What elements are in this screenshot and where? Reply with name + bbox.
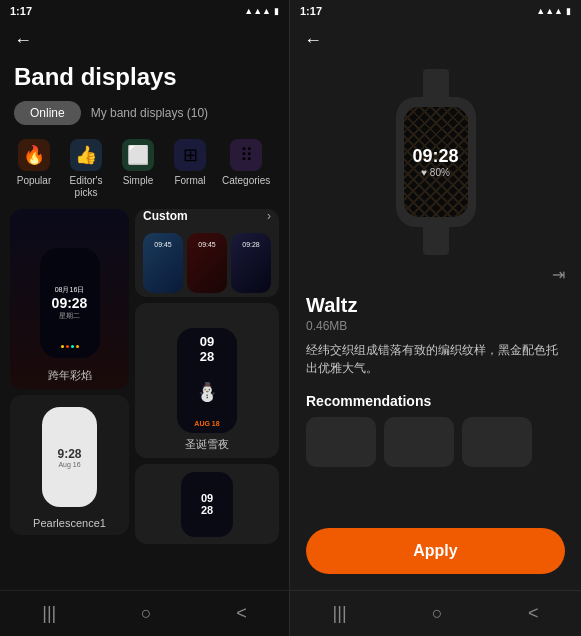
rec-item-2[interactable] xyxy=(384,417,454,467)
fw-sparkle xyxy=(40,345,100,348)
battery-icon: ▮ xyxy=(274,6,279,16)
category-row: 🔥 Popular 👍 Editor'spicks ⬜ Simple ⊞ For… xyxy=(0,135,289,209)
tabs-row: Online My band displays (10) xyxy=(0,101,289,135)
formal-label: Formal xyxy=(174,175,205,187)
bottom-nav-left: ||| ○ < xyxy=(0,590,289,636)
mini-face-2-time: 09:45 xyxy=(187,233,227,248)
recommendations-section: Recommendations xyxy=(290,385,581,471)
xmas-snowman-icon: ⛄ xyxy=(196,381,218,403)
nav-recent-icon-left[interactable]: < xyxy=(216,599,267,628)
right-column: Custom › 09:45 09:45 09:28 xyxy=(135,209,279,590)
category-formal[interactable]: ⊞ Formal xyxy=(170,139,210,187)
custom-arrow-icon: › xyxy=(267,209,271,223)
category-simple[interactable]: ⬜ Simple xyxy=(118,139,158,187)
rp-actions: ⇥ xyxy=(290,259,581,290)
page-title: Band displays xyxy=(0,59,289,101)
bottom-nav-right: ||| ○ < xyxy=(290,590,581,636)
band-bottom-strap xyxy=(423,225,449,255)
mini-face-1-time: 09:45 xyxy=(143,233,183,248)
signal-icon-right: ▲▲▲ xyxy=(536,6,563,16)
mini-face-2: 09:45 xyxy=(187,233,227,293)
card-custom[interactable]: Custom › 09:45 09:45 09:28 xyxy=(135,209,279,297)
apply-button[interactable]: Apply xyxy=(306,528,565,574)
nav-recent-icon-right[interactable]: < xyxy=(508,599,559,628)
simple-label: Simple xyxy=(123,175,154,187)
left-column: 08月16日 09:28 星期二 跨年彩焰 9:28 Aug 16 xyxy=(10,209,129,590)
pearl-date: Aug 16 xyxy=(58,461,80,468)
categories-label: Categories xyxy=(222,175,270,187)
card-pearlescence-label: Pearlescence1 xyxy=(33,513,106,535)
status-time-right: 1:17 xyxy=(300,5,322,17)
card-fireworks[interactable]: 08月16日 09:28 星期二 跨年彩焰 xyxy=(10,209,129,389)
apply-area: Apply xyxy=(290,471,581,590)
popular-icon: 🔥 xyxy=(18,139,50,171)
status-bar-right: 1:17 ▲▲▲ ▮ xyxy=(290,0,581,22)
card-xmas-label: 圣诞雪夜 xyxy=(185,433,229,458)
nav-back-icon-left[interactable]: ||| xyxy=(22,599,76,628)
categories-icon: ⠿ xyxy=(230,139,262,171)
card-partial[interactable]: 0928 xyxy=(135,464,279,544)
mini-face-3-time: 09:28 xyxy=(231,233,271,248)
fw-day: 星期二 xyxy=(59,311,80,321)
editors-icon: 👍 xyxy=(70,139,102,171)
left-panel: 1:17 ▲▲▲ ▮ ← Band displays Online My ban… xyxy=(0,0,290,636)
fw-date: 08月16日 xyxy=(55,285,85,295)
partial-time: 0928 xyxy=(201,492,213,516)
tab-myband[interactable]: My band displays (10) xyxy=(81,101,218,125)
tab-online[interactable]: Online xyxy=(14,101,81,125)
mini-face-1: 09:45 xyxy=(143,233,183,293)
partial-watch-face: 0928 xyxy=(181,472,233,537)
band-outer: 09:28 ♥ 80% xyxy=(386,69,486,259)
xmas-time: 0928 xyxy=(200,334,214,364)
status-bar-left: 1:17 ▲▲▲ ▮ xyxy=(0,0,289,22)
battery-icon-right: ▮ xyxy=(566,6,571,16)
right-panel: 1:17 ▲▲▲ ▮ ← 09:28 ♥ 80% ⇥ xyxy=(290,0,581,636)
status-time-left: 1:17 xyxy=(10,5,32,17)
signal-icon: ▲▲▲ xyxy=(244,6,271,16)
status-icons-left: ▲▲▲ ▮ xyxy=(244,6,279,16)
waltz-time-sub: ♥ 80% xyxy=(412,167,458,178)
recommendations-label: Recommendations xyxy=(306,393,565,409)
nav-back-icon-right[interactable]: ||| xyxy=(313,599,367,628)
nav-home-icon-left[interactable]: ○ xyxy=(121,599,172,628)
custom-faces-row: 09:45 09:45 09:28 xyxy=(135,229,279,297)
rec-item-1[interactable] xyxy=(306,417,376,467)
card-pearlescence[interactable]: 9:28 Aug 16 Pearlescence1 xyxy=(10,395,129,535)
category-popular[interactable]: 🔥 Popular xyxy=(14,139,54,187)
rp-info: Waltz 0.46MB 经纬交织组成错落有致的编织纹样，黑金配色托出优雅大气。 xyxy=(290,290,581,385)
category-editors[interactable]: 👍 Editor'spicks xyxy=(66,139,106,199)
pearl-watch-face: 9:28 Aug 16 xyxy=(42,407,97,507)
watch-size: 0.46MB xyxy=(306,319,565,333)
editors-label: Editor'spicks xyxy=(69,175,102,199)
band-body: 09:28 ♥ 80% xyxy=(396,97,476,227)
waltz-time-big: 09:28 xyxy=(412,146,458,167)
popular-label: Popular xyxy=(17,175,51,187)
watch-description: 经纬交织组成错落有致的编织纹样，黑金配色托出优雅大气。 xyxy=(306,341,565,377)
share-icon[interactable]: ⇥ xyxy=(552,265,565,284)
category-categories[interactable]: ⠿ Categories xyxy=(222,139,270,187)
fw-time: 09:28 xyxy=(52,295,88,311)
fw-watch-face: 08月16日 09:28 星期二 xyxy=(40,248,100,358)
status-icons-right: ▲▲▲ ▮ xyxy=(536,6,571,16)
recommendations-row xyxy=(306,417,565,467)
band-top-strap xyxy=(423,69,449,99)
card-xmas[interactable]: 0928 ⛄ AUG 18 圣诞雪夜 xyxy=(135,303,279,458)
band-screen: 09:28 ♥ 80% xyxy=(404,107,468,217)
xmas-watch-face: 0928 ⛄ AUG 18 xyxy=(177,328,237,433)
watch-grid: 08月16日 09:28 星期二 跨年彩焰 9:28 Aug 16 xyxy=(0,209,289,590)
watch-preview: 09:28 ♥ 80% xyxy=(290,59,581,259)
nav-home-icon-right[interactable]: ○ xyxy=(412,599,463,628)
custom-label: Custom xyxy=(143,209,188,223)
rec-item-3[interactable] xyxy=(462,417,532,467)
card-fireworks-label: 跨年彩焰 xyxy=(48,364,92,389)
back-button-left[interactable]: ← xyxy=(0,22,289,59)
simple-icon: ⬜ xyxy=(122,139,154,171)
waltz-time-display: 09:28 ♥ 80% xyxy=(412,146,458,178)
back-button-right[interactable]: ← xyxy=(290,22,581,59)
xmas-date: AUG 18 xyxy=(194,420,219,427)
watch-name: Waltz xyxy=(306,294,565,317)
mini-face-3: 09:28 xyxy=(231,233,271,293)
pearl-time: 9:28 xyxy=(57,447,81,461)
formal-icon: ⊞ xyxy=(174,139,206,171)
custom-header: Custom › xyxy=(135,209,279,229)
